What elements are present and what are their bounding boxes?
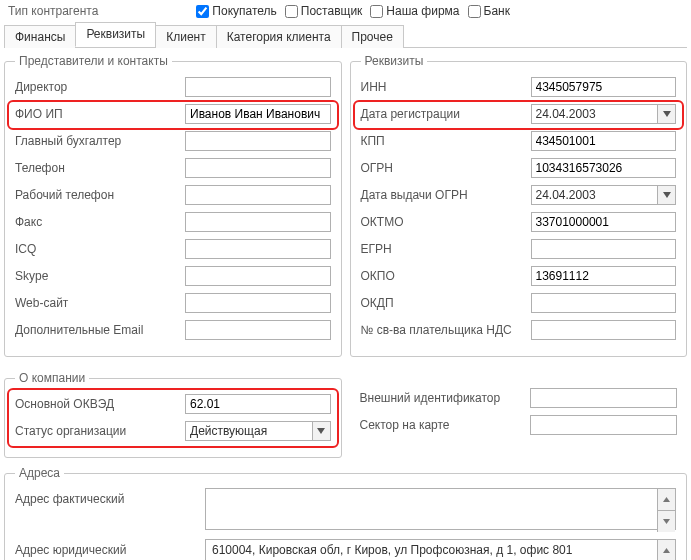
input-extid[interactable] — [530, 388, 678, 408]
label-status: Статус организации — [15, 424, 185, 438]
combo-ogrndate-value: 24.04.2003 — [532, 188, 658, 202]
label-website: Web-сайт — [15, 296, 185, 310]
fs-contacts: Представители и контакты Директор ФИО ИП… — [4, 54, 342, 357]
label-fioip: ФИО ИП — [15, 107, 185, 121]
tab-finance[interactable]: Финансы — [4, 25, 76, 48]
label-oktmo: ОКТМО — [361, 215, 531, 229]
fs-company-right: Внешний идентификатор Сектор на карте — [350, 371, 688, 451]
input-oktmo[interactable] — [531, 212, 677, 232]
input-kpp[interactable] — [531, 131, 677, 151]
label-accountant: Главный бухгалтер — [15, 134, 185, 148]
combo-regdate-dropdown[interactable] — [657, 105, 675, 123]
label-ogrndate: Дата выдачи ОГРН — [361, 188, 531, 202]
tab-client[interactable]: Клиент — [155, 25, 217, 48]
combo-regdate-value: 24.04.2003 — [532, 107, 658, 121]
label-phone: Телефон — [15, 161, 185, 175]
textarea-addr-legal[interactable] — [205, 539, 676, 560]
cb-buyer-label: Покупатель — [212, 4, 276, 18]
label-addr-legal: Адрес юридический — [15, 539, 205, 557]
input-sector[interactable] — [530, 415, 678, 435]
cb-bank-box[interactable] — [468, 5, 481, 18]
label-kpp: КПП — [361, 134, 531, 148]
fs-addresses-legend: Адреса — [15, 466, 64, 480]
fs-details: Реквизиты ИНН Дата регистрации 24.04.200… — [350, 54, 688, 357]
combo-regdate[interactable]: 24.04.2003 — [531, 104, 677, 124]
label-addr-fact: Адрес фактический — [15, 488, 205, 506]
cb-ourfirm[interactable]: Наша фирма — [370, 4, 459, 18]
fs-company-legend: О компании — [15, 371, 89, 385]
label-fax: Факс — [15, 215, 185, 229]
label-egrn: ЕГРН — [361, 242, 531, 256]
label-okdp: ОКДП — [361, 296, 531, 310]
combo-status[interactable]: Действующая — [185, 421, 331, 441]
cb-supplier-label: Поставщик — [301, 4, 363, 18]
fs-details-legend: Реквизиты — [361, 54, 428, 68]
label-okpo: ОКПО — [361, 269, 531, 283]
label-emails: Дополнительные Email — [15, 323, 185, 337]
input-egrn[interactable] — [531, 239, 677, 259]
combo-status-dropdown[interactable] — [312, 422, 330, 440]
tab-other[interactable]: Прочее — [341, 25, 404, 48]
cb-buyer[interactable]: Покупатель — [196, 4, 276, 18]
cb-ourfirm-label: Наша фирма — [386, 4, 459, 18]
chevron-down-icon — [663, 192, 671, 198]
cb-supplier[interactable]: Поставщик — [285, 4, 363, 18]
input-phone[interactable] — [185, 158, 331, 178]
label-inn: ИНН — [361, 80, 531, 94]
input-emails[interactable] — [185, 320, 331, 340]
label-director: Директор — [15, 80, 185, 94]
input-skype[interactable] — [185, 266, 331, 286]
addr-fact-down[interactable] — [657, 510, 675, 532]
label-ogrn: ОГРН — [361, 161, 531, 175]
cb-bank[interactable]: Банк — [468, 4, 510, 18]
input-ogrn[interactable] — [531, 158, 677, 178]
fs-contacts-legend: Представители и контакты — [15, 54, 172, 68]
label-workphone: Рабочий телефон — [15, 188, 185, 202]
fs-addresses: Адреса Адрес фактический Адрес юридическ… — [4, 466, 687, 560]
addr-legal-up[interactable] — [657, 540, 675, 560]
chevron-up-icon — [663, 497, 670, 502]
combo-status-value: Действующая — [186, 424, 312, 438]
input-workphone[interactable] — [185, 185, 331, 205]
label-icq: ICQ — [15, 242, 185, 256]
label-nds: № св-ва плательщика НДС — [361, 323, 531, 337]
input-accountant[interactable] — [185, 131, 331, 151]
cb-bank-label: Банк — [484, 4, 510, 18]
fs-company: О компании Основной ОКВЭД Статус организ… — [4, 371, 342, 458]
label-extid: Внешний идентификатор — [360, 391, 530, 405]
input-icq[interactable] — [185, 239, 331, 259]
label-regdate: Дата регистрации — [361, 107, 531, 121]
label-okved: Основной ОКВЭД — [15, 397, 185, 411]
chevron-down-icon — [663, 519, 670, 524]
chevron-down-icon — [663, 111, 671, 117]
cb-buyer-box[interactable] — [196, 5, 209, 18]
input-okpo[interactable] — [531, 266, 677, 286]
label-skype: Skype — [15, 269, 185, 283]
chevron-down-icon — [317, 428, 325, 434]
tab-details[interactable]: Реквизиты — [75, 22, 156, 47]
textarea-addr-fact[interactable] — [205, 488, 676, 530]
input-okdp[interactable] — [531, 293, 677, 313]
combo-ogrndate[interactable]: 24.04.2003 — [531, 185, 677, 205]
input-fax[interactable] — [185, 212, 331, 232]
input-director[interactable] — [185, 77, 331, 97]
chevron-up-icon — [663, 548, 670, 553]
input-website[interactable] — [185, 293, 331, 313]
addr-fact-up[interactable] — [657, 489, 675, 510]
input-fioip[interactable] — [185, 104, 331, 124]
cb-ourfirm-box[interactable] — [370, 5, 383, 18]
combo-ogrndate-dropdown[interactable] — [657, 186, 675, 204]
tab-category[interactable]: Категория клиента — [216, 25, 342, 48]
label-sector: Сектор на карте — [360, 418, 530, 432]
input-inn[interactable] — [531, 77, 677, 97]
tabs: Финансы Реквизиты Клиент Категория клиен… — [4, 24, 687, 48]
cb-supplier-box[interactable] — [285, 5, 298, 18]
input-okved[interactable] — [185, 394, 331, 414]
input-nds[interactable] — [531, 320, 677, 340]
counterparty-type-label: Тип контрагента — [8, 4, 98, 18]
